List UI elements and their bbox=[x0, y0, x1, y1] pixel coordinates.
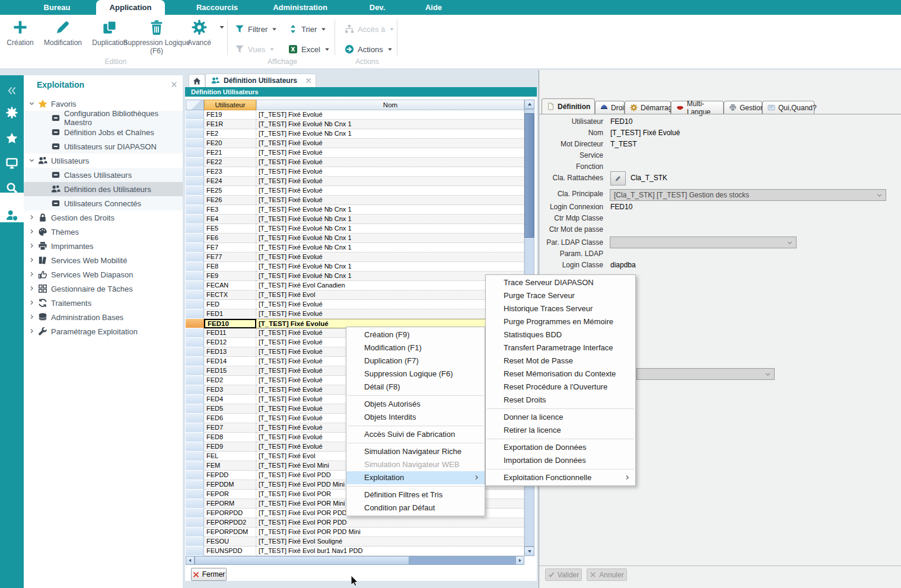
row-selector[interactable] bbox=[186, 499, 204, 509]
table-row[interactable]: FE5[T_TEST] Fixé Evolué Nb Cnx 1 bbox=[186, 224, 524, 234]
cell-nom[interactable]: [T_TEST] Fixé Evolué Nb Cnx 1 bbox=[256, 234, 524, 243]
cell-utilisateur[interactable]: FE77 bbox=[204, 253, 256, 262]
table-row[interactable]: FE77[T_TEST] Fixé Evolué bbox=[186, 253, 524, 262]
row-selector[interactable] bbox=[186, 158, 204, 167]
cell-nom[interactable]: [T_TEST] Fixé Evolué Nb Cnx 1 bbox=[256, 262, 524, 271]
row-selector[interactable] bbox=[186, 404, 204, 414]
toolbar-excel[interactable]: Excel bbox=[288, 41, 330, 57]
cell-utilisateur[interactable]: FE7 bbox=[204, 243, 256, 253]
column-header-nom[interactable]: Nom bbox=[256, 100, 524, 110]
row-selector[interactable] bbox=[186, 433, 204, 442]
submenu-item-exploitation-fonctionnelle[interactable]: Exploitation Fonctionnelle bbox=[486, 471, 635, 484]
cell-utilisateur[interactable]: FED1 bbox=[204, 309, 256, 319]
cell-nom[interactable]: [T_TEST] Fixé Evolué Nb Cnx 1 bbox=[256, 215, 524, 224]
cell-utilisateur[interactable]: FECTX bbox=[204, 290, 256, 300]
tree-item-utilisateurs-sur-diapason[interactable]: Utilisateurs sur DIAPASON bbox=[24, 139, 183, 154]
context-menu-item-objets-autoris-s[interactable]: Objets Autorisés bbox=[346, 398, 485, 411]
cell-utilisateur[interactable]: FED7 bbox=[204, 423, 256, 433]
rail-user-shield[interactable] bbox=[0, 203, 24, 227]
row-selector[interactable] bbox=[186, 547, 204, 556]
row-selector[interactable] bbox=[186, 177, 204, 186]
menubar-item-bureau[interactable]: Bureau bbox=[20, 0, 94, 15]
cell-utilisateur[interactable]: FED8 bbox=[204, 433, 256, 442]
cell-utilisateur[interactable]: FE22 bbox=[204, 158, 256, 167]
row-selector[interactable] bbox=[186, 262, 204, 271]
field-dropdown-cla-principale[interactable]: [Cla_T_STK] [T_TEST] Gestion des stocks bbox=[610, 189, 886, 201]
submenu-item-reset-m-morisation-du-contexte[interactable]: Reset Mémorisation du Contexte bbox=[486, 368, 635, 381]
table-row[interactable]: FE3[T_TEST] Fixé Evolué Nb Cnx 1 bbox=[186, 205, 524, 215]
row-selector[interactable] bbox=[186, 234, 204, 243]
row-selector[interactable] bbox=[186, 224, 204, 234]
h-scroll-right[interactable] bbox=[515, 556, 524, 565]
row-selector[interactable] bbox=[186, 120, 204, 129]
field-value-login-connexion[interactable]: FED10 bbox=[610, 202, 632, 213]
cell-utilisateur[interactable]: FE24 bbox=[204, 177, 256, 186]
table-row[interactable]: FE4[T_TEST] Fixé Evolué Nb Cnx 1 bbox=[186, 215, 524, 224]
cla-rattachees-button[interactable] bbox=[610, 171, 626, 186]
cell-nom[interactable]: [T_TEST] Fixé Evol POR PDD Mini bbox=[256, 528, 524, 537]
submenu-item-retirer-la-licence[interactable]: Retirer la licence bbox=[486, 424, 635, 437]
table-row[interactable]: FECTX[T_TEST] Fixé Evol bbox=[186, 290, 524, 300]
cell-utilisateur[interactable]: FED6 bbox=[204, 414, 256, 423]
submenu-item-statistiques-bdd[interactable]: Statistiques BDD bbox=[486, 328, 635, 341]
cell-utilisateur[interactable]: FED2 bbox=[204, 376, 256, 385]
menubar-item-raccourcis[interactable]: Raccourcis bbox=[171, 0, 263, 15]
tree-item-services-web-mobilit-[interactable]: Services Web Mobilité bbox=[24, 253, 183, 267]
table-row[interactable]: FE19[T_TEST] Fixé Evolué bbox=[186, 110, 524, 120]
row-selector[interactable] bbox=[186, 414, 204, 423]
cell-utilisateur[interactable]: FED13 bbox=[204, 347, 256, 357]
table-row[interactable]: FE6[T_TEST] Fixé Evolué Nb Cnx 1 bbox=[186, 234, 524, 243]
row-selector[interactable] bbox=[186, 480, 204, 490]
toolbar-filtrer[interactable]: Filtrer bbox=[235, 21, 278, 37]
tree-item-services-web-diapason[interactable]: Services Web Diapason bbox=[24, 267, 183, 282]
cell-utilisateur[interactable]: FEPORPDDM bbox=[204, 528, 256, 537]
submenu-item-donner-la-licence[interactable]: Donner la licence bbox=[486, 411, 635, 424]
row-selector[interactable] bbox=[186, 518, 204, 528]
table-corner-cell[interactable] bbox=[186, 100, 204, 110]
tree-item-gestionnaire-de-t-ches[interactable]: Gestionnaire de Tâches bbox=[24, 282, 183, 296]
table-row[interactable]: FESOU[T_TEST] Fixé Evol Souligné bbox=[186, 537, 524, 547]
toolbar-actions[interactable]: Actions bbox=[345, 41, 393, 57]
context-menu-item-cr-ation-f9-[interactable]: Création (F9) bbox=[346, 328, 485, 341]
cell-utilisateur[interactable]: FED3 bbox=[204, 385, 256, 395]
row-selector[interactable] bbox=[186, 129, 204, 139]
toolbar-trier[interactable]: Trier bbox=[288, 21, 327, 37]
tree-item-th-mes[interactable]: Thèmes bbox=[24, 225, 183, 239]
submenu-item-exportation-de-donn-es[interactable]: Exportation de Données bbox=[486, 441, 635, 454]
cell-nom[interactable]: [T_TEST] Fixé Evolué bbox=[256, 300, 524, 309]
row-selector[interactable] bbox=[186, 347, 204, 357]
row-selector[interactable] bbox=[186, 309, 204, 319]
table-row[interactable]: FE22[T_TEST] Fixé Evolué bbox=[186, 158, 524, 167]
tree-item-gestion-des-droits[interactable]: Gestion des Droits bbox=[24, 210, 183, 225]
menubar-item-dev[interactable]: Dev. bbox=[348, 0, 407, 15]
table-row[interactable]: FE8[T_TEST] Fixé Evolué Nb Cnx 1 bbox=[186, 262, 524, 271]
tab-definition-utilisateurs[interactable]: Définition Utilisateurs bbox=[205, 74, 316, 87]
v-scroll-up[interactable] bbox=[524, 100, 534, 109]
tree-item-configuration-biblioth-ques-maestro[interactable]: Configuration Bibliothèques Maestro bbox=[24, 111, 183, 125]
rail-collapse[interactable] bbox=[0, 79, 24, 103]
row-selector[interactable] bbox=[186, 110, 204, 120]
field-value-login-classe[interactable]: diapdba bbox=[610, 260, 636, 271]
cell-nom[interactable]: [T_TEST] Fixé Evolué bbox=[256, 148, 524, 158]
menubar-item-application[interactable]: Application bbox=[96, 0, 165, 15]
row-selector[interactable] bbox=[186, 290, 204, 300]
submenu-item-reset-mot-de-passe[interactable]: Reset Mot de Passe bbox=[486, 354, 635, 368]
tree-item-traitements[interactable]: Traitements bbox=[24, 296, 183, 310]
column-header-utilisateur[interactable]: Utilisateur bbox=[204, 100, 256, 110]
cell-utilisateur[interactable]: FEPORPDD bbox=[204, 509, 256, 518]
row-selector[interactable] bbox=[186, 366, 204, 376]
context-menu-item-modification-f1-[interactable]: Modification (F1) bbox=[346, 341, 485, 354]
cell-nom[interactable]: [T_TEST] Fixé Evolué bbox=[256, 139, 524, 148]
cell-utilisateur[interactable]: FE23 bbox=[204, 167, 256, 177]
row-selector[interactable] bbox=[186, 243, 204, 253]
v-scroll-down[interactable] bbox=[524, 547, 534, 556]
cell-nom[interactable]: [T_TEST] Fixé Evol Souligné bbox=[256, 537, 524, 547]
tree-item-utilisateurs-connect-s[interactable]: Utilisateurs Connectés bbox=[24, 196, 183, 210]
cell-utilisateur[interactable]: FED15 bbox=[204, 366, 256, 376]
cell-utilisateur[interactable]: FED4 bbox=[204, 395, 256, 404]
h-scroll-thumb[interactable] bbox=[195, 556, 409, 565]
row-selector[interactable] bbox=[186, 215, 204, 224]
cell-utilisateur[interactable]: FED5 bbox=[204, 404, 256, 414]
row-selector[interactable] bbox=[186, 395, 204, 404]
table-row[interactable]: FE23[T_TEST] Fixé Evolué bbox=[186, 167, 524, 177]
